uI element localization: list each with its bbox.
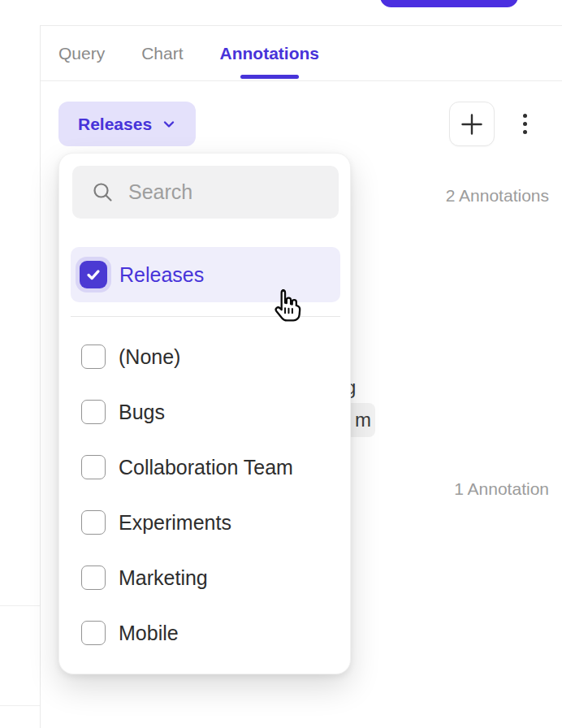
tab-annotations[interactable]: Annotations [220, 26, 319, 80]
tab-query[interactable]: Query [58, 26, 105, 80]
checkbox-unchecked[interactable] [81, 510, 106, 535]
kebab-dot [523, 122, 527, 126]
chevron-down-icon [162, 117, 176, 132]
annotations-screen: Query Chart Annotations Releases 2 Annot… [0, 0, 562, 728]
dropdown-item-mobile[interactable]: Mobile [71, 605, 340, 661]
checkbox-unchecked[interactable] [81, 566, 106, 590]
tab-bar: Query Chart Annotations [41, 26, 562, 81]
dropdown-item-label: Experiments [119, 511, 231, 535]
dropdown-item-label: Mobile [119, 622, 179, 645]
filter-label: Releases [78, 115, 152, 134]
rail-divider [0, 605, 40, 606]
plus-icon [460, 112, 484, 136]
primary-action-button[interactable] [380, 0, 518, 7]
kebab-dot [523, 130, 527, 134]
add-annotation-button[interactable] [449, 102, 495, 146]
dropdown-item-label: (None) [119, 345, 180, 369]
dropdown-divider [71, 316, 340, 317]
dropdown-item-marketing[interactable]: Marketing [71, 550, 340, 605]
checkbox-checked[interactable] [80, 261, 107, 288]
checkbox-unchecked[interactable] [81, 344, 106, 369]
more-options-button[interactable] [513, 102, 536, 146]
annotation-count-badge: 1 Annotation [454, 479, 549, 499]
dropdown-item-label: Marketing [119, 566, 208, 590]
dropdown-item-label: Collaboration Team [119, 456, 293, 479]
search-input[interactable] [128, 180, 326, 204]
dropdown-item-list: (None) Bugs Collaboration Team Experimen… [71, 329, 340, 661]
kebab-dot [523, 114, 527, 118]
checkbox-unchecked[interactable] [81, 455, 106, 479]
checkbox-unchecked[interactable] [81, 400, 106, 424]
dropdown-item-collaboration-team[interactable]: Collaboration Team [71, 440, 340, 495]
annotations-count-badge: 2 Annotations [446, 186, 549, 206]
dropdown-item-releases[interactable]: Releases [71, 247, 340, 302]
dropdown-item-none[interactable]: (None) [71, 329, 340, 384]
dropdown-item-label: Releases [119, 263, 204, 287]
rail-divider [0, 705, 40, 706]
search-box[interactable] [72, 166, 339, 219]
dropdown-item-experiments[interactable]: Experiments [71, 495, 340, 550]
checkbox-unchecked[interactable] [81, 621, 106, 645]
dropdown-item-bugs[interactable]: Bugs [71, 384, 340, 440]
left-rail [0, 25, 41, 728]
dropdown-item-label: Bugs [119, 401, 165, 424]
releases-filter-dropdown: Releases (None) Bugs Collaboration Team … [58, 153, 351, 674]
releases-filter-button[interactable]: Releases [58, 102, 196, 146]
tab-chart[interactable]: Chart [141, 26, 183, 80]
search-icon [92, 181, 114, 203]
